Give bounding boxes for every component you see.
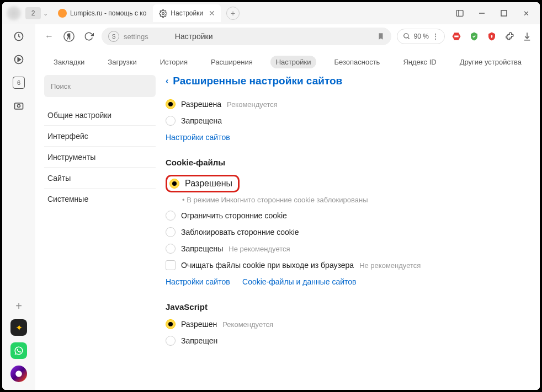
reload-button[interactable] [82,29,96,44]
window-titlebar: 2 ⌄ Lumpics.ru - помощь с ко Настройки ✕… [2,2,540,24]
radio-icon[interactable] [169,179,179,189]
zoom-menu-icon[interactable]: ⋮ [432,33,439,40]
option-blocked-top[interactable]: Запрещена [166,116,531,126]
option-js-allowed[interactable]: Разрешен Рекомендуется [166,319,531,329]
option-block-cookies[interactable]: Заблокировать сторонние cookie [166,227,531,237]
cookies-data-link[interactable]: Cookie-файлы и данные сайтов [242,277,356,286]
profile-avatar-blur[interactable] [7,6,21,20]
app-shortcut-1[interactable]: ✦ [10,319,27,336]
sidebar-toggle-icon[interactable] [455,8,465,18]
extensions-icon[interactable] [503,30,516,42]
cookies-section-title: Cookie-файлы [166,158,531,167]
checkbox-icon[interactable] [166,260,176,270]
back-chevron-icon: ‹ [166,76,168,86]
shield-red-icon[interactable] [486,30,498,42]
svg-rect-14 [454,36,459,37]
svg-line-13 [407,37,409,39]
svg-point-0 [162,12,164,14]
radio-icon[interactable] [166,99,176,109]
section-nav: Закладки Загрузки История Расширения Нас… [35,49,540,75]
new-tab-button[interactable]: + [226,7,240,20]
tab-counter[interactable]: 2 [25,7,41,19]
lumpics-favicon-icon [58,9,67,18]
highlighted-option: Разрешены [166,175,240,192]
radio-icon[interactable] [166,116,176,126]
radio-icon[interactable] [166,319,176,329]
address-bar[interactable]: S settings Настройки [102,28,391,45]
yandex-home-icon[interactable] [62,29,76,44]
cookies-site-settings-link[interactable]: Настройки сайтов [166,277,230,286]
page-name: Настройки [175,32,213,41]
left-rail: 6 + ✦ [2,24,35,390]
sidebar-item-sites[interactable]: Сайты [44,168,156,189]
option-limit-cookies[interactable]: Ограничить сторонние cookie [166,211,531,221]
tabs-dropdown-icon[interactable]: ⌄ [43,10,48,17]
sidebar-item-system[interactable]: Системные [44,189,156,210]
svg-marker-7 [18,58,20,62]
nav-bookmarks[interactable]: Закладки [48,56,90,68]
page-title[interactable]: ‹ Расширенные настройки сайтов [166,75,531,87]
close-window-button[interactable]: ✕ [521,8,531,18]
nav-settings[interactable]: Настройки [270,56,317,68]
gear-icon [158,9,167,18]
bookmark-icon[interactable] [377,32,385,41]
add-icon[interactable]: + [12,299,25,313]
tab-title: Lumpics.ru - помощь с ко [70,9,146,17]
settings-main: ‹ Расширенные настройки сайтов Разрешена… [166,75,531,352]
maximize-button[interactable] [499,8,509,18]
download-icon[interactable] [521,30,533,42]
tabs-count-icon[interactable]: 6 [12,76,25,89]
address-bar-row: ← S settings Настройки 90 % ⋮ [35,24,540,49]
nav-yandexid[interactable]: Яндекс ID [397,56,442,68]
play-icon[interactable] [12,53,25,66]
nav-history[interactable]: История [155,56,193,68]
url-text: settings [124,33,148,41]
radio-icon[interactable] [166,336,176,346]
svg-rect-16 [491,36,492,38]
content-area: Закладки Загрузки История Расширения Нас… [35,49,540,390]
alice-icon[interactable] [10,366,27,382]
cookies-allowed-label: Разрешены [185,179,232,189]
sidebar-item-interface[interactable]: Интерфейс [44,126,156,147]
settings-sidebar: Поиск Общие настройки Интерфейс Инструме… [44,75,156,352]
svg-rect-1 [456,10,463,17]
option-js-blocked[interactable]: Запрещен [166,336,531,346]
nav-downloads[interactable]: Загрузки [102,56,142,68]
js-section-title: JavaScript [166,302,531,312]
nav-security[interactable]: Безопасность [328,56,385,68]
shield-green-icon[interactable] [468,30,480,42]
zoom-control[interactable]: 90 % ⋮ [397,29,445,44]
close-tab-icon[interactable]: ✕ [209,9,215,18]
svg-point-12 [403,34,408,38]
svg-rect-8 [15,103,23,109]
svg-rect-4 [501,10,507,16]
svg-point-10 [15,370,22,377]
tab-lumpics[interactable]: Lumpics.ru - помощь с ко [52,4,152,22]
zoom-value: 90 % [414,33,429,40]
back-button[interactable]: ← [42,29,56,44]
radio-icon[interactable] [166,227,176,237]
minimize-button[interactable] [477,8,487,18]
option-clear-on-exit[interactable]: Очищать файлы cookie при выходе из брауз… [166,260,531,270]
site-letter-icon: S [108,31,119,42]
magnify-icon [403,33,411,40]
radio-icon[interactable] [166,244,176,254]
option-forbidden-cookies[interactable]: Запрещены Не рекомендуется [166,244,531,254]
site-settings-link[interactable]: Настройки сайтов [166,133,230,142]
sidebar-item-tools[interactable]: Инструменты [44,147,156,168]
svg-point-9 [18,105,20,108]
nav-extensions[interactable]: Расширения [205,56,258,68]
adblock-icon[interactable] [450,30,463,42]
sidebar-item-general[interactable]: Общие настройки [44,105,156,126]
incognito-note: В режиме Инкогнито сторонние cookie забл… [182,196,531,204]
search-input[interactable]: Поиск [44,75,156,97]
whatsapp-icon[interactable] [10,342,27,359]
option-allowed-top[interactable]: Разрешена Рекомендуется [166,99,531,109]
tab-title: Настройки [171,9,203,17]
tab-settings[interactable]: Настройки ✕ [153,4,221,22]
screenshot-icon[interactable] [12,99,25,112]
radio-icon[interactable] [166,211,176,221]
history-icon[interactable] [12,30,25,43]
nav-devices[interactable]: Другие устройства [454,56,527,68]
